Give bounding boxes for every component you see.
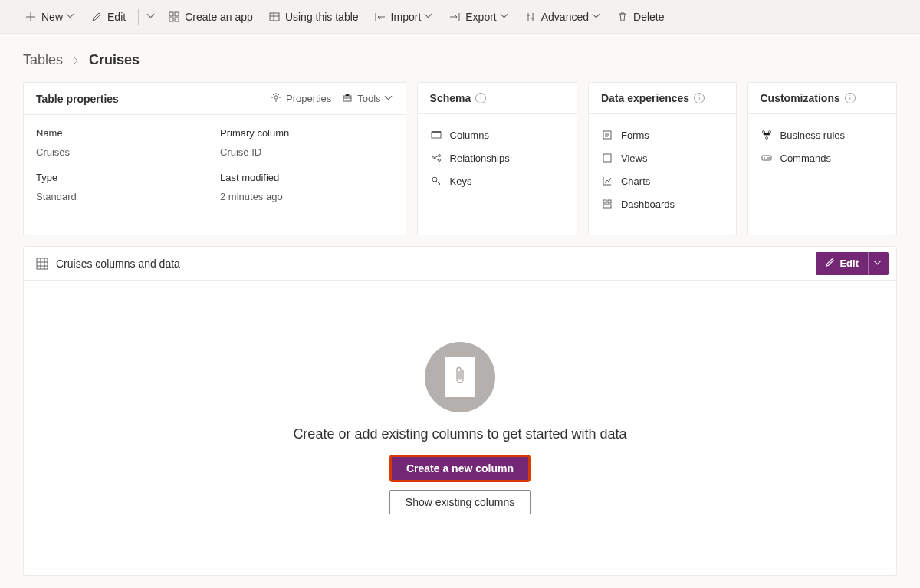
columns-data-header: Cruises columns and data Edit (24, 247, 896, 281)
svg-rect-0 (169, 12, 173, 16)
type-value: Standard (36, 191, 189, 202)
commands-icon (761, 152, 773, 164)
forms-link[interactable]: Forms (595, 123, 730, 146)
paperclip-icon (452, 365, 468, 389)
export-icon (449, 11, 461, 23)
delete-label: Delete (633, 11, 664, 23)
svg-rect-15 (608, 200, 611, 203)
customizations-title: Customizations (761, 92, 840, 104)
create-app-button[interactable]: Create an app (162, 6, 259, 28)
columns-label: Columns (450, 130, 489, 141)
new-button[interactable]: New (18, 6, 81, 28)
svg-point-5 (274, 96, 278, 99)
last-modified-label: Last modified (220, 172, 289, 183)
data-experiences-title: Data experiences (601, 92, 689, 104)
name-label: Name (36, 127, 189, 139)
views-link[interactable]: Views (595, 146, 730, 169)
empty-state: Create or add existing columns to get st… (24, 281, 896, 575)
dashboards-icon (601, 198, 613, 210)
svg-point-9 (438, 155, 440, 157)
business-rules-link[interactable]: Business rules (754, 123, 891, 146)
table-icon (268, 11, 281, 23)
svg-point-17 (762, 131, 764, 133)
grid-icon (36, 258, 48, 270)
data-experiences-header: Data experiences i (589, 83, 736, 114)
relationships-icon (430, 152, 442, 164)
svg-rect-4 (270, 13, 279, 21)
breadcrumb-root[interactable]: Tables (23, 52, 63, 68)
import-label: Import (391, 11, 422, 23)
charts-link[interactable]: Charts (595, 169, 730, 192)
chevron-down-icon (501, 13, 509, 21)
properties-link-label: Properties (286, 93, 331, 104)
delete-button[interactable]: Delete (610, 6, 670, 28)
branch-icon (761, 129, 773, 141)
info-icon[interactable]: i (475, 93, 486, 103)
using-table-button[interactable]: Using this table (262, 6, 365, 28)
breadcrumb: Tables Cruises (0, 34, 920, 82)
svg-rect-16 (603, 205, 611, 208)
advanced-button[interactable]: Advanced (518, 6, 607, 28)
commands-link[interactable]: Commands (754, 146, 891, 169)
commands-label: Commands (780, 153, 831, 164)
svg-rect-21 (37, 258, 48, 269)
edit-dropdown-button[interactable] (869, 252, 889, 275)
edit-label: Edit (107, 11, 126, 23)
relationships-label: Relationships (450, 153, 510, 164)
svg-rect-3 (175, 18, 179, 21)
empty-state-text: Create or add existing columns to get st… (293, 426, 626, 442)
chevron-down-icon (426, 13, 433, 21)
pencil-icon (90, 11, 103, 23)
plus-icon (25, 11, 37, 23)
schema-title: Schema (430, 92, 472, 104)
svg-rect-13 (603, 154, 611, 162)
properties-link[interactable]: Properties (271, 92, 331, 105)
info-icon[interactable]: i (845, 93, 856, 103)
relationships-link[interactable]: Relationships (424, 146, 570, 169)
edit-data-button[interactable]: Edit (816, 252, 868, 275)
export-label: Export (465, 11, 496, 23)
data-experiences-card: Data experiences i Forms Views (588, 82, 737, 235)
trash-icon (616, 11, 629, 23)
pencil-icon (825, 258, 835, 270)
info-icon[interactable]: i (694, 93, 705, 103)
import-button[interactable]: Import (368, 6, 440, 28)
keys-link[interactable]: Keys (424, 169, 570, 192)
export-button[interactable]: Export (442, 6, 514, 28)
primary-column-value: Cruise ID (220, 146, 289, 158)
app-icon (168, 11, 180, 23)
create-app-label: Create an app (185, 11, 253, 23)
edit-dropdown[interactable] (145, 8, 159, 25)
svg-point-10 (438, 159, 440, 162)
views-icon (601, 152, 613, 164)
properties-card-header: Table properties Properties Tools (24, 83, 406, 115)
properties-card: Table properties Properties Tools (23, 82, 406, 235)
forms-icon (601, 129, 613, 141)
customizations-card: Customizations i Business rules Commands (748, 82, 898, 235)
edit-button[interactable]: Edit (84, 6, 132, 28)
charts-icon (601, 175, 613, 187)
edit-data-label: Edit (840, 258, 859, 269)
views-label: Views (621, 153, 647, 164)
columns-icon (430, 129, 442, 141)
columns-data-title: Cruises columns and data (56, 258, 180, 270)
breadcrumb-current: Cruises (89, 52, 140, 68)
separator (138, 9, 139, 25)
chevron-down-icon (593, 13, 601, 21)
properties-title: Table properties (36, 93, 119, 105)
create-column-button[interactable]: Create a new column (391, 456, 529, 481)
columns-link[interactable]: Columns (424, 123, 570, 146)
summary-cards-row: Table properties Properties Tools (0, 82, 920, 235)
svg-rect-2 (169, 18, 173, 21)
import-icon (374, 11, 386, 23)
toolbox-icon (342, 92, 353, 105)
type-label: Type (36, 172, 189, 183)
keys-icon (430, 175, 442, 187)
dashboards-link[interactable]: Dashboards (595, 192, 730, 215)
svg-rect-14 (603, 200, 606, 203)
tools-link-label: Tools (357, 93, 380, 104)
tools-link[interactable]: Tools (342, 92, 393, 105)
show-existing-columns-button[interactable]: Show existing columns (389, 490, 531, 514)
forms-label: Forms (621, 130, 649, 141)
business-rules-label: Business rules (780, 130, 846, 141)
